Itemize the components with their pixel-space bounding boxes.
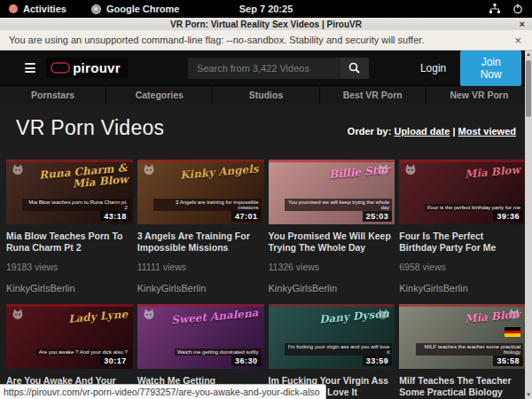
search-input[interactable] (188, 58, 340, 79)
video-card[interactable]: Mia Blow Four is the perfect birthday pa… (399, 160, 526, 293)
main-nav: PornstarsCategoriesStudiosBest VR PornNe… (0, 85, 532, 104)
vr-goggles-icon (51, 62, 70, 74)
video-studio-link[interactable]: KinkyGirlsBerlin (399, 283, 526, 293)
window-title-bar: VR Porn: Virtual Reality Sex Videos | Pi… (0, 18, 532, 30)
join-now-button[interactable]: Join Now (460, 51, 521, 86)
video-card[interactable]: Mia Blow MILF teaches the teacher some p… (399, 304, 526, 399)
thumb-caption: Are you awake ? And your dick also ? (36, 348, 130, 356)
thumb-overlay-text: Sweet Analena (171, 308, 259, 327)
studio-cat-logo-icon (11, 163, 25, 176)
scrollbar[interactable]: ▲ ▼ (525, 51, 532, 399)
thumb-caption: You promised we will keep trying the who… (285, 199, 392, 211)
studio-cat-logo-icon (403, 163, 418, 176)
warning-text: You are using an unsupported command-lin… (9, 35, 424, 45)
nav-item-studios[interactable]: Studios (213, 86, 319, 104)
window-close-icon[interactable]: × (520, 18, 525, 30)
warning-close-icon[interactable]: × (514, 34, 521, 47)
scrollbar-thumb[interactable] (526, 60, 531, 117)
video-thumbnail[interactable]: Billie Star You promised we will keep tr… (269, 160, 395, 224)
video-card[interactable]: Runa Charm & Mia Blow Mia Blow teaches p… (6, 160, 133, 293)
thumb-overlay-text: Mia Blow (465, 309, 521, 325)
duration-badge: 33:59 (363, 356, 393, 366)
video-studio-link[interactable]: KinkyGirlsBerlin (137, 283, 264, 293)
clock[interactable]: Sep 7 20:25 (239, 4, 293, 14)
desktop-top-bar: Activities Google Chrome Sep 7 20:25 (0, 0, 532, 18)
video-thumbnail[interactable]: Runa Charm & Mia Blow Mia Blow teaches p… (6, 160, 133, 224)
menu-icon[interactable] (25, 63, 35, 73)
video-views: 11111 views (137, 262, 264, 272)
chrome-icon (91, 4, 101, 14)
login-link[interactable]: Login (420, 62, 446, 74)
video-thumbnail[interactable]: Lady Lyne Are you awake ? And your dick … (6, 304, 133, 369)
duration-badge: 25:03 (363, 211, 393, 222)
nav-item-new-vr-porn[interactable]: New VR Porn (426, 86, 532, 104)
order-by-control: Order by: Upload date | Most viewed (348, 126, 516, 137)
video-thumbnail[interactable]: Mia Blow MILF teaches the teacher some p… (399, 304, 526, 369)
search-bar (188, 58, 369, 79)
thumb-overlay-text: Billie Star (328, 164, 389, 181)
video-title[interactable]: 3 Angels Are Training For Impossible Mis… (137, 231, 264, 254)
activities-button[interactable]: Activities (23, 4, 66, 14)
chrome-warning-bar: You are using an unsupported command-lin… (0, 30, 532, 51)
studio-cat-logo-icon (11, 308, 25, 320)
site-logo-text: pirouvr (73, 60, 121, 75)
thumb-overlay-text: Kinky Angels (180, 163, 259, 182)
video-card[interactable]: Billie Star You promised we will keep tr… (269, 160, 395, 293)
page-content: VR Porn Videos Order by: Upload date | M… (0, 104, 532, 399)
thumb-overlay-text: Lady Lyne (67, 309, 128, 325)
thumb-overlay-text: Dany Dyson (319, 309, 390, 326)
video-thumbnail[interactable]: Dany Dyson I'm fucking your virgin ass a… (269, 304, 395, 369)
thumb-caption: Watch me getting dominated softly (175, 348, 262, 356)
order-upload-date-link[interactable]: Upload date (394, 126, 450, 137)
scroll-up-icon[interactable]: ▲ (526, 51, 531, 59)
nav-item-pornstars[interactable]: Pornstars (0, 86, 106, 104)
window-title: VR Porn: Virtual Reality Sex Videos | Pi… (170, 20, 362, 29)
video-views: 11326 views (269, 262, 395, 272)
duration-badge: 36:30 (231, 356, 262, 366)
scroll-down-icon[interactable]: ▼ (526, 391, 531, 399)
search-button[interactable] (340, 58, 369, 79)
thumb-caption: 3 Angels are training for impossible mis… (153, 199, 261, 211)
thumb-caption: I'm fucking your virgin ass and you will… (285, 343, 392, 356)
site-header: pirouvr Login Join Now (0, 51, 532, 85)
duration-badge: 39:36 (493, 211, 523, 222)
thumb-caption: Mia Blow teaches porn to Runa Charm pt. … (22, 199, 129, 211)
network-icon[interactable] (489, 4, 500, 14)
thumb-caption: MILF teaches the teacher some practical … (416, 343, 523, 356)
video-views: 19183 views (6, 262, 133, 272)
german-flag-icon (505, 327, 520, 337)
video-thumbnail[interactable]: Sweet Analena Watch me getting dominated… (137, 304, 264, 369)
order-by-label: Order by: (348, 126, 392, 137)
video-title[interactable]: Mia Blow Teaches Porn To Runa Charm Pt 2 (6, 231, 133, 254)
video-card[interactable]: Kinky Angels 3 Angels are training for i… (137, 160, 264, 293)
search-icon (348, 62, 360, 74)
notification-dot-icon (9, 4, 18, 13)
duration-badge: 30:17 (100, 356, 130, 366)
video-title[interactable]: You Promised We Will Keep Trying The Who… (269, 231, 395, 254)
thumb-overlay-text: Runa Charm & Mia Blow (26, 162, 129, 194)
video-views: 6958 views (399, 262, 526, 272)
duration-badge: 43:18 (100, 211, 130, 222)
order-most-viewed-link[interactable]: Most viewed (458, 126, 516, 137)
nav-item-best-vr-porn[interactable]: Best VR Porn (320, 86, 426, 104)
thumb-caption: Four is the perfect birthday party for m… (425, 204, 523, 211)
video-thumbnail[interactable]: Mia Blow Four is the perfect birthday pa… (399, 160, 526, 224)
duration-badge: 47:01 (231, 211, 262, 222)
power-icon[interactable] (512, 4, 523, 14)
nav-item-categories[interactable]: Categories (106, 86, 213, 104)
site-logo[interactable]: pirouvr (46, 58, 128, 78)
duration-badge: 35:58 (493, 356, 523, 366)
video-studio-link[interactable]: KinkyGirlsBerlin (6, 283, 133, 293)
video-thumbnail[interactable]: Kinky Angels 3 Angels are training for i… (137, 160, 264, 224)
studio-cat-logo-icon (142, 308, 156, 320)
video-studio-link[interactable]: KinkyGirlsBerlin (269, 283, 395, 293)
focused-app-indicator[interactable]: Google Chrome (91, 4, 180, 14)
video-title[interactable]: Four Is The Perfect Birthday Party For M… (399, 231, 526, 254)
thumb-overlay-text: Mia Blow (465, 164, 521, 180)
studio-cat-logo-icon (142, 163, 156, 176)
video-title[interactable]: Milf Teaches The Teacher Some Practical … (399, 375, 526, 398)
status-url: https://pirouvr.com/vr-porn-video/779325… (0, 384, 326, 399)
focused-app-label: Google Chrome (106, 4, 180, 14)
page-title: VR Porn Videos (16, 116, 164, 140)
video-grid: Runa Charm & Mia Blow Mia Blow teaches p… (6, 160, 526, 399)
